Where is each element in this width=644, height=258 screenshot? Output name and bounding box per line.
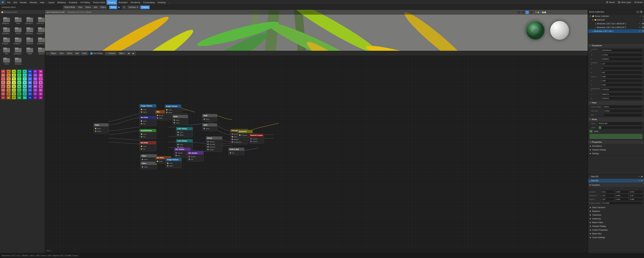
file-item[interactable]: Windows <box>13 56 24 66</box>
node-bottom-2[interactable]: Value Value <box>140 162 157 169</box>
btn-node-slot-nav-r[interactable]: ▶ <box>132 52 136 55</box>
dim-x-field[interactable]: 0.70514m <box>600 88 642 91</box>
menu-animation[interactable]: Animation <box>117 0 129 5</box>
shade-material-btn[interactable] <box>526 11 529 14</box>
color-swatch-G4[interactable]: G4 <box>17 74 21 77</box>
node-rgb-to-bw[interactable]: RGB to BW Val <box>228 148 244 155</box>
file-item[interactable]: JUICE <box>13 26 24 35</box>
menu-sculpting[interactable]: Sculpting <box>67 0 79 5</box>
node-mid-top[interactable]: Image Texture Color Alpha <box>165 105 181 115</box>
file-item[interactable]: TEMP <box>24 46 35 56</box>
node-bottom-blue[interactable]: Image Texture Color Alpha <box>166 158 182 168</box>
node-group-top[interactable]: Image Texture Color Alpha <box>140 104 156 114</box>
menu-render[interactable]: Render <box>18 0 28 5</box>
menu-blender[interactable]: 🔷 <box>0 0 6 5</box>
color-swatch-C8[interactable]: C8 <box>38 88 43 92</box>
node-label-color-swatch[interactable] <box>599 126 601 129</box>
node-purple-2[interactable]: Mix Shader Shader Fac <box>187 151 204 161</box>
viewport-3d[interactable]: User Perspective (Local) Wintertree LOD … <box>45 10 588 51</box>
location-z-field[interactable]: 0.94493m <box>600 57 642 61</box>
menu-uv-editing[interactable]: UV Editing <box>79 0 91 5</box>
scale-y-input[interactable]: 0.480 <box>615 198 629 201</box>
color-swatch-H2[interactable]: H2 <box>6 70 11 73</box>
color-swatch-H8[interactable]: H8 <box>38 70 43 73</box>
color-swatch-G3[interactable]: G3 <box>12 74 16 77</box>
color-swatch-C2[interactable]: C2 <box>6 88 11 92</box>
color-swatch-E6[interactable]: E6 <box>28 81 32 84</box>
clip-start-field[interactable]: 0.001m <box>604 109 642 113</box>
file-item[interactable]: SynBotSyNo. <box>13 46 24 56</box>
scene-selector[interactable]: 🎬 Scene <box>604 0 616 5</box>
location-y-field[interactable]: 1.2793m <box>600 53 642 57</box>
node-input-left[interactable]: Input Value Factor <box>94 123 108 133</box>
color-swatch-D8[interactable]: D8 <box>38 85 43 88</box>
color-swatch-D1[interactable]: D1 <box>1 85 5 88</box>
btn-object[interactable]: Object <box>99 6 107 9</box>
color-swatch-D7[interactable]: D7 <box>33 85 38 88</box>
section-item-cycles-settings[interactable]: ▶Cycles Settings <box>588 235 644 239</box>
color-swatch-H7[interactable]: H7 <box>33 70 38 73</box>
color-swatch-E8[interactable]: E8 <box>38 81 43 84</box>
camera-icon-scene[interactable]: ◉ <box>642 15 644 17</box>
section-item-collections[interactable]: ▶Collections <box>588 213 644 217</box>
view-section-header[interactable]: ▼ View <box>588 101 644 105</box>
item-viewport-display[interactable]: ▶ Viewport Display <box>588 148 644 152</box>
collection-item-scene[interactable]: ▼ 📁 Scene Collection 👁 ◉ <box>588 14 644 18</box>
file-item[interactable]: Sun <box>1 46 12 56</box>
file-item[interactable]: Civil 3D Props. <box>24 16 35 25</box>
section-item-relations[interactable]: ▶Relations <box>588 209 644 213</box>
shade-solid-btn[interactable] <box>522 11 525 14</box>
menu-window[interactable]: Window <box>28 0 38 5</box>
file-item[interactable]: boot <box>13 16 24 25</box>
color-swatch-E7[interactable]: E7 <box>33 81 38 84</box>
view-layer-selector[interactable]: 📷 View Layer <box>616 0 632 5</box>
node-right-2[interactable]: Math Value <box>202 123 217 131</box>
node-editor[interactable]: ⬡ Object View Select Add Node Use Nodes … <box>45 51 588 253</box>
color-swatch-G8[interactable]: G8 <box>38 74 43 77</box>
shade-wire-btn[interactable] <box>517 11 521 14</box>
rotation-y-field[interactable]: 0° <box>600 67 642 70</box>
obj-item-blad091-2[interactable]: △ Blad 091 👁 📷 <box>588 179 644 183</box>
rotation-z-field[interactable]: 4.95° <box>600 71 642 74</box>
btn-overlays[interactable]: Overlays ▼ <box>127 6 140 9</box>
file-item[interactable]: ProgramData <box>13 36 24 45</box>
file-item[interactable]: OneDrive/Temp <box>24 26 35 35</box>
color-swatch-C1[interactable]: C1 <box>1 88 5 92</box>
color-swatch-E5[interactable]: E5 <box>23 81 27 84</box>
color-swatch-D3[interactable]: D3 <box>12 85 16 88</box>
file-item[interactable]: Documents s. <box>1 26 12 35</box>
scale-x-field[interactable]: 0.480 <box>600 75 642 78</box>
btn-node-view[interactable]: View <box>58 52 65 55</box>
color-swatch-H6[interactable]: H6 <box>28 70 32 73</box>
color-swatch-D5[interactable]: D5 <box>23 85 27 88</box>
color-swatch-F6[interactable]: F6 <box>28 77 32 81</box>
color-swatch-A2[interactable]: A2 <box>6 96 11 99</box>
loc-x-input[interactable]: 0.011 <box>601 190 614 193</box>
btn-view[interactable]: View <box>77 6 84 9</box>
menu-compositing[interactable]: Compositing <box>142 0 156 5</box>
file-item[interactable]: 3Recycle.Bin <box>1 16 12 25</box>
node-bottom-1[interactable]: Value Value <box>140 154 157 162</box>
btn-add[interactable]: Add <box>92 6 98 9</box>
color-swatch-A1[interactable]: A1 <box>1 96 5 99</box>
color-swatch-A3[interactable]: A3 <box>12 96 16 99</box>
node-canvas[interactable]: Input Value Factor Image Texture Color A… <box>45 56 588 253</box>
menu-modeling[interactable]: Modeling <box>56 0 68 5</box>
collection-item-wintertree-var1[interactable]: △ Wintertree LOD 2 Var 1 👁 📷 <box>588 29 644 33</box>
node-color-swatch[interactable] <box>590 130 592 133</box>
section-item-delta-transform[interactable]: ▶Delta Transform <box>588 205 644 209</box>
obj-eye-1[interactable]: 👁 <box>638 176 640 178</box>
color-swatch-E4[interactable]: E4 <box>17 81 21 84</box>
color-swatch-C5[interactable]: C5 <box>23 88 27 92</box>
use-nodes-checkbox[interactable] <box>90 52 93 55</box>
menu-scripting[interactable]: Scripting <box>156 0 167 5</box>
btn-global[interactable]: Global <box>109 6 117 9</box>
node-name-field[interactable]: RGB to BW <box>598 122 642 125</box>
eye-icon-wt1[interactable]: 👁 <box>639 23 641 25</box>
color-swatch-P1[interactable]: P1 <box>1 77 5 81</box>
color-swatch-B8[interactable]: B8 <box>38 92 43 96</box>
transform-section-header[interactable]: ▼ Transform <box>588 44 644 48</box>
color-swatch-D4[interactable]: D4 <box>17 85 21 88</box>
eye-icon-backup[interactable]: 👁 <box>642 19 644 21</box>
node-label-field[interactable] <box>598 126 642 129</box>
